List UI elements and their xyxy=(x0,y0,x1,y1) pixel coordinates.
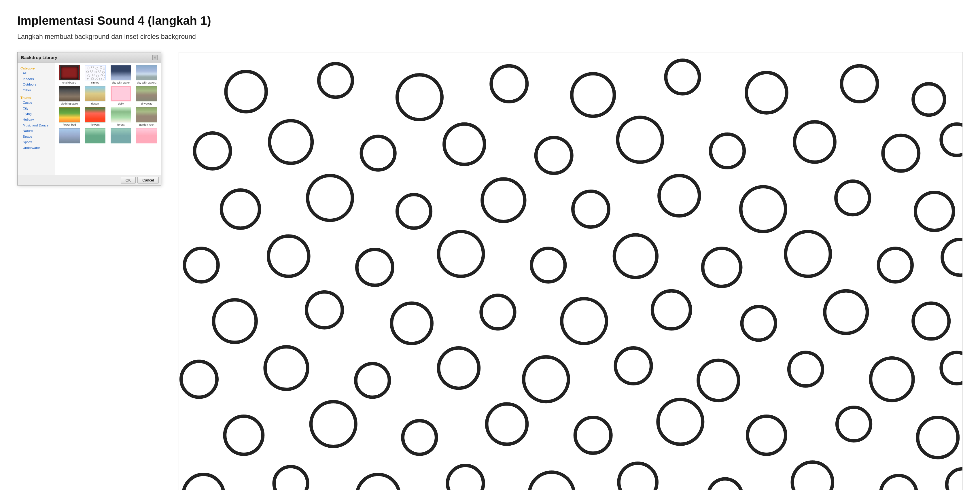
svg-point-15 xyxy=(87,78,89,80)
circles-svg xyxy=(179,52,963,490)
svg-point-69 xyxy=(356,364,390,397)
svg-point-37 xyxy=(883,135,919,171)
svg-point-10 xyxy=(88,75,90,77)
svg-point-82 xyxy=(658,399,703,444)
sidebar-link-outdoors[interactable]: Outdoors xyxy=(21,82,52,88)
svg-point-13 xyxy=(101,74,103,76)
svg-point-94 xyxy=(881,476,916,490)
svg-point-90 xyxy=(529,472,574,490)
svg-point-47 xyxy=(915,192,953,231)
svg-point-59 xyxy=(307,292,342,328)
sidebar-link-other[interactable]: Other xyxy=(21,88,52,93)
grid-label-driveway: driveway xyxy=(141,102,153,105)
svg-point-67 xyxy=(181,361,217,397)
grid-item-driveway[interactable]: driveway xyxy=(135,86,159,105)
svg-point-45 xyxy=(741,187,786,231)
grid-item-forest[interactable]: forest xyxy=(109,107,133,126)
main-content: Backdrop Library × Category All Indoors … xyxy=(17,52,963,490)
svg-point-83 xyxy=(748,416,786,454)
svg-point-88 xyxy=(357,474,399,490)
svg-point-34 xyxy=(617,117,662,162)
svg-point-39 xyxy=(221,190,259,228)
sidebar-link-flying[interactable]: Flying xyxy=(21,111,52,117)
grid-label-flowers: flowers xyxy=(91,123,100,126)
svg-point-24 xyxy=(572,74,614,116)
svg-point-53 xyxy=(614,235,657,277)
svg-point-22 xyxy=(397,75,442,119)
svg-point-89 xyxy=(448,466,484,490)
grid-label-forest: forest xyxy=(117,123,124,126)
grid-item-cityw[interactable]: city with water xyxy=(109,65,133,84)
svg-point-25 xyxy=(666,60,699,94)
svg-point-87 xyxy=(274,467,308,490)
svg-point-63 xyxy=(652,291,690,329)
grid-item-flowerbed[interactable]: flower bed xyxy=(57,107,81,126)
grid-item-gardenrock[interactable]: garden rock xyxy=(135,107,159,126)
sidebar-link-sports[interactable]: Sports xyxy=(21,139,52,145)
page-subtitle: Langkah membuat background dan inset cir… xyxy=(17,33,963,41)
dialog-titlebar: Backdrop Library × xyxy=(18,52,161,62)
sidebar-link-city[interactable]: City xyxy=(21,106,52,111)
dialog-close-button[interactable]: × xyxy=(153,55,158,60)
svg-point-92 xyxy=(708,479,742,490)
svg-point-65 xyxy=(825,291,867,334)
svg-point-23 xyxy=(491,66,527,102)
svg-point-54 xyxy=(703,248,741,286)
cancel-button[interactable]: Cancel xyxy=(137,177,159,183)
svg-point-3 xyxy=(100,67,102,68)
grid-item-partial4[interactable] xyxy=(135,128,159,144)
grid-label-circles: circles xyxy=(91,81,99,84)
svg-point-44 xyxy=(659,175,699,216)
backdrop-library-dialog: Backdrop Library × Category All Indoors … xyxy=(17,52,161,186)
svg-point-51 xyxy=(438,232,483,276)
sidebar-link-castle[interactable]: Castle xyxy=(21,100,52,106)
svg-point-16 xyxy=(91,78,94,80)
svg-point-49 xyxy=(269,236,309,276)
grid-item-flowers[interactable]: flowers xyxy=(83,107,107,126)
ok-button[interactable]: OK xyxy=(121,177,136,183)
svg-point-4 xyxy=(103,68,105,69)
svg-point-12 xyxy=(97,75,99,77)
theme-label: Theme xyxy=(21,96,52,99)
grid-item-chalkboard[interactable]: chalkboard xyxy=(57,65,81,84)
grid-label-flowerbed: flower bed xyxy=(63,123,76,126)
sidebar-link-underwater[interactable]: Underwater xyxy=(21,145,52,151)
grid-item-partial2[interactable] xyxy=(83,128,107,144)
svg-point-71 xyxy=(524,357,568,402)
sidebar-link-nature[interactable]: Nature xyxy=(21,128,52,134)
grid-item-partial1[interactable] xyxy=(57,128,81,144)
svg-point-58 xyxy=(213,300,256,342)
svg-point-29 xyxy=(194,133,230,169)
grid-item-cityw2[interactable]: city with water2 xyxy=(135,65,159,84)
grid-label-doily: doily xyxy=(118,102,124,105)
grid-item-doily[interactable]: doily xyxy=(109,86,133,105)
grid-label-cityw2: city with water2 xyxy=(137,81,156,84)
sidebar-link-all[interactable]: All xyxy=(21,71,52,76)
svg-point-8 xyxy=(99,70,101,72)
svg-point-78 xyxy=(311,402,356,446)
svg-point-73 xyxy=(698,360,738,401)
svg-point-62 xyxy=(562,299,606,344)
sidebar-link-space[interactable]: Space xyxy=(21,134,52,140)
svg-point-32 xyxy=(444,124,485,164)
dialog-footer: OK Cancel xyxy=(18,175,161,185)
svg-point-75 xyxy=(870,358,913,401)
dialog-sidebar: Category All Indoors Outdoors Other Them… xyxy=(18,62,55,175)
sidebar-link-indoors[interactable]: Indoors xyxy=(21,76,52,82)
svg-point-33 xyxy=(536,137,572,173)
grid-label-chalkboard: chalkboard xyxy=(62,81,76,84)
svg-point-81 xyxy=(575,417,611,453)
svg-point-38 xyxy=(941,124,963,156)
svg-point-36 xyxy=(794,122,835,162)
sidebar-link-holiday[interactable]: Holiday xyxy=(21,117,52,123)
svg-point-86 xyxy=(183,474,224,490)
svg-point-52 xyxy=(531,248,565,282)
grid-label-clothing: clothing store xyxy=(61,102,78,105)
svg-point-74 xyxy=(789,352,823,386)
sidebar-link-musicdance[interactable]: Music and Dance xyxy=(21,123,52,129)
svg-point-77 xyxy=(225,416,263,454)
grid-item-partial3[interactable] xyxy=(109,128,133,144)
grid-item-circles[interactable]: circles xyxy=(83,65,107,84)
grid-item-desert[interactable]: desert xyxy=(83,86,107,105)
grid-item-clothing[interactable]: clothing store xyxy=(57,86,81,105)
